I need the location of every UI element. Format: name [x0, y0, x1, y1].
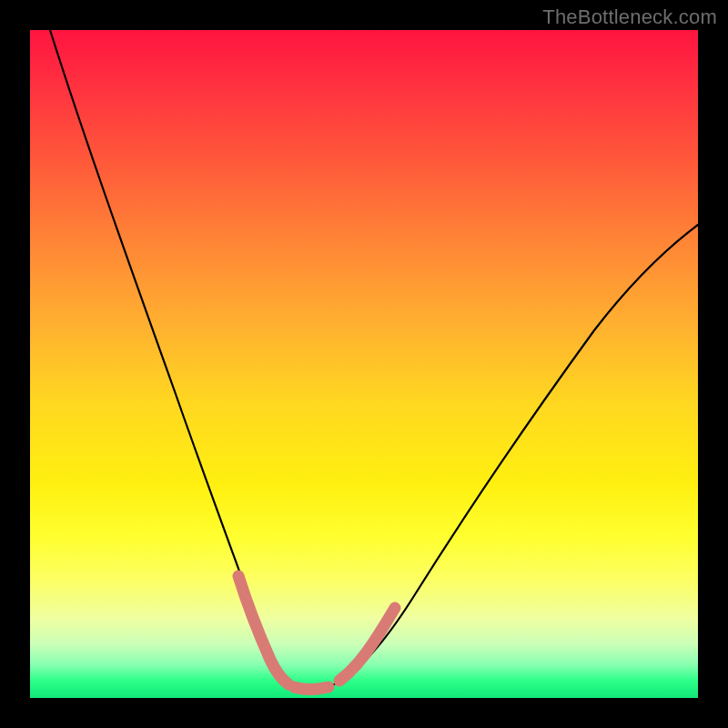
curve-svg	[30, 30, 698, 698]
highlight-bottom	[294, 687, 329, 689]
watermark-text: TheBottleneck.com	[542, 5, 717, 29]
bottleneck-curve	[50, 30, 698, 689]
highlight-right	[339, 608, 395, 681]
highlight-left	[238, 576, 288, 684]
gradient-plot-area	[30, 30, 698, 698]
chart-frame: TheBottleneck.com	[0, 0, 728, 728]
